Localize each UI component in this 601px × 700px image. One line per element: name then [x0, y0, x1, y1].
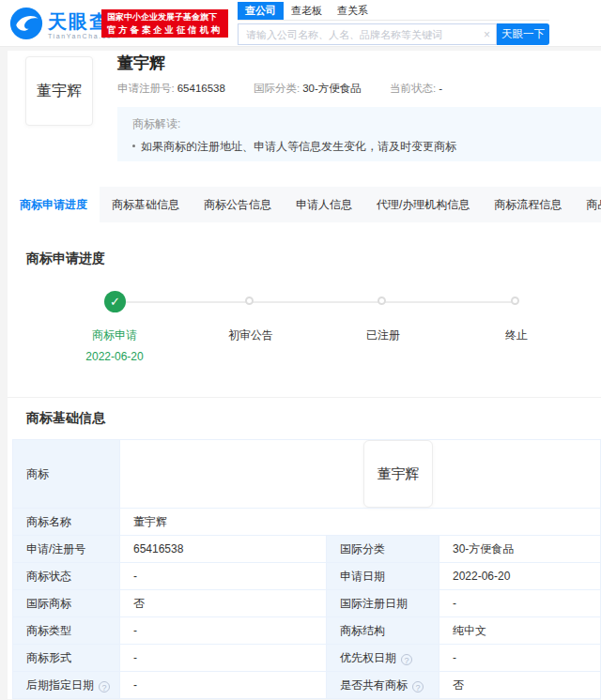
help-icon[interactable]: ?	[412, 681, 424, 692]
cell-label: 商标形式	[13, 645, 120, 672]
cell-value: -	[120, 617, 327, 645]
cell-value: 纯中文	[439, 617, 601, 645]
table-row: 商标类型 - 商标结构 纯中文	[13, 617, 601, 645]
cell-value: 董宇辉	[120, 509, 601, 536]
trademark-summary: 董宇辉 董宇辉 申请注册号:65416538 国际分类:30-方便食品 当前状态…	[8, 51, 601, 187]
cell-label: 国际注册日期	[327, 590, 439, 617]
search-tabs: 查公司 查老板 查关系	[238, 3, 549, 21]
search-tab-boss[interactable]: 查老板	[284, 2, 330, 20]
help-icon[interactable]: ?	[99, 681, 110, 692]
cell-value: -	[120, 563, 327, 590]
search-tab-company[interactable]: 查公司	[238, 2, 284, 20]
cell-label: 商标状态	[13, 563, 120, 590]
cell-label: 商标类型	[13, 617, 120, 645]
cell-label: 商标名称	[13, 509, 120, 536]
table-row: 商标 董宇辉	[13, 440, 601, 509]
progress-section-title: 商标申请进度	[26, 222, 582, 267]
table-row: 后期指定日期? - 是否共有商标? 否	[13, 672, 601, 699]
step-preliminary-announcement: 初审公告	[194, 327, 307, 343]
step-done-check-icon: ✓	[104, 291, 126, 312]
tab-applicant-info[interactable]: 申请人信息	[284, 187, 364, 222]
bullet-dot	[132, 145, 135, 147]
step-pending-circle	[378, 297, 386, 305]
basic-info-title: 商标基础信息	[8, 398, 601, 439]
step-terminated: 终止	[460, 327, 573, 343]
step-application-date: 2022-06-20	[58, 350, 171, 363]
section-nav-tabs: 商标申请进度 商标基础信息 商标公告信息 申请人信息 代理/办理机构信息 商标流…	[8, 187, 601, 222]
cell-value: -	[439, 645, 601, 672]
trademark-image-small: 董宇辉	[363, 440, 433, 508]
cell-value: 2022-06-20	[439, 563, 601, 590]
application-progress-section: 商标申请进度 ✓ 商标申请 2022-06-20 初审公告 已注册 终止	[8, 222, 601, 382]
tab-announcement-info[interactable]: 商标公告信息	[192, 187, 284, 222]
cell-label-trademark: 商标	[13, 440, 120, 509]
progress-stepper: ✓ 商标申请 2022-06-20 初审公告 已注册 终止	[26, 288, 582, 382]
stepper-line	[115, 301, 516, 303]
meta-reg-number: 申请注册号:65416538	[117, 82, 225, 96]
cell-label: 国际商标	[13, 590, 120, 617]
table-row: 申请/注册号 65416538 国际分类 30-方便食品	[13, 536, 601, 563]
global-search: 查公司 查老板 查关系 × 天眼一下	[238, 3, 549, 45]
table-row: 商标名称 董宇辉	[13, 509, 601, 536]
step-pending-circle	[245, 297, 254, 305]
search-button[interactable]: 天眼一下	[497, 23, 549, 45]
content-card: 董宇辉 董宇辉 申请注册号:65416538 国际分类:30-方便食品 当前状态…	[8, 51, 601, 699]
trademark-title: 董宇辉	[117, 53, 165, 74]
trademark-interpretation-box: 商标解读: 如果商标的注册地址、申请人等信息发生变化，请及时变更商标	[117, 107, 601, 161]
cell-label: 申请/注册号	[13, 536, 120, 563]
cell-label: 申请日期	[327, 563, 439, 590]
help-icon[interactable]: ?	[401, 654, 412, 665]
cell-value: -	[120, 645, 327, 672]
site-header: 天眼查 TianYanCha.com 国家中小企业发展子基金旗下 官方备案企业征…	[0, 0, 601, 47]
cell-label: 商标结构	[327, 617, 439, 645]
cell-value: 否	[120, 590, 327, 617]
tab-process-info[interactable]: 商标流程信息	[482, 187, 574, 222]
meta-current-status: 当前状态:-	[390, 82, 442, 96]
tab-basic-info[interactable]: 商标基础信息	[100, 187, 192, 222]
search-row: × 天眼一下	[238, 23, 549, 45]
search-box: ×	[238, 23, 497, 45]
interpretation-title: 商标解读:	[132, 116, 592, 132]
clear-input-icon[interactable]: ×	[484, 28, 490, 41]
interpretation-item: 如果商标的注册地址、申请人等信息发生变化，请及时变更商标	[132, 139, 592, 155]
step-application: 商标申请 2022-06-20	[58, 327, 171, 363]
step-pending-circle	[511, 297, 519, 305]
search-tab-relation[interactable]: 查关系	[330, 2, 376, 20]
trademark-image: 董宇辉	[25, 56, 93, 126]
cell-label-with-help: 优先权日期?	[327, 645, 439, 672]
tab-goods-services[interactable]: 商品/服务项目	[574, 187, 601, 222]
tianyancha-eye-icon	[9, 7, 43, 44]
cell-value: 30-方便食品	[439, 536, 601, 563]
cell-trademark-image: 董宇辉	[120, 440, 601, 509]
table-row: 商标状态 - 申请日期 2022-06-20	[13, 563, 601, 590]
cell-label-with-help: 后期指定日期?	[13, 672, 120, 699]
tab-agency-info[interactable]: 代理/办理机构信息	[364, 187, 482, 222]
cell-label: 国际分类	[327, 536, 439, 563]
meta-intl-class: 国际分类:30-方便食品	[254, 82, 362, 96]
basic-info-section: 商标基础信息 商标 董宇辉 商标名称 董宇辉 申请/注册号 65416538 国…	[8, 397, 601, 699]
cell-value: -	[439, 590, 601, 617]
badge-line2: 官方备案企业征信机构	[107, 23, 223, 36]
cell-value: 否	[439, 672, 601, 699]
table-row: 国际商标 否 国际注册日期 -	[13, 590, 601, 617]
table-row: 商标形式 - 优先权日期? -	[13, 645, 601, 672]
cell-label-with-help: 是否共有商标?	[327, 672, 439, 699]
step-registered: 已注册	[327, 327, 439, 343]
cell-value: 65416538	[120, 536, 327, 563]
tab-application-progress[interactable]: 商标申请进度	[8, 187, 100, 222]
cell-value: -	[120, 672, 327, 699]
search-input[interactable]	[239, 24, 496, 44]
official-credential-badge: 国家中小企业发展子基金旗下 官方备案企业征信机构	[101, 9, 228, 38]
basic-info-table: 商标 董宇辉 商标名称 董宇辉 申请/注册号 65416538 国际分类 30-…	[12, 439, 601, 699]
badge-line1: 国家中小企业发展子基金旗下	[107, 11, 223, 23]
